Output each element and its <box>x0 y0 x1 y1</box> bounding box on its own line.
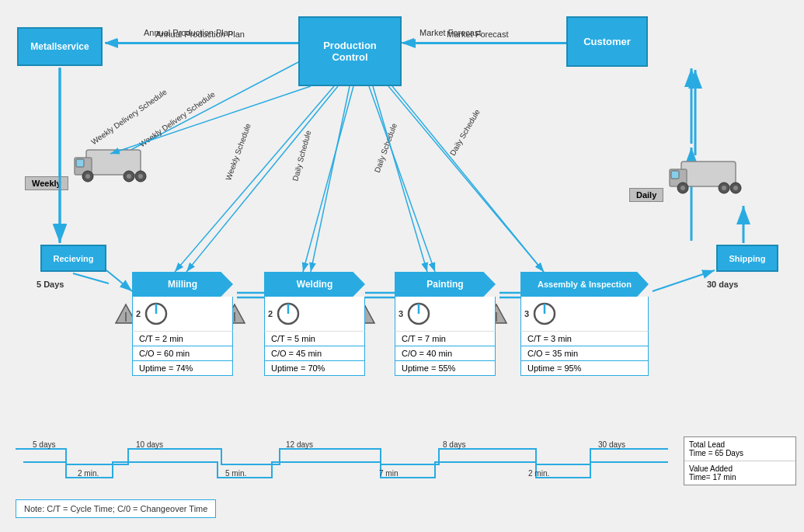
svg-line-78 <box>392 86 544 272</box>
milling-uptime: Uptime = 74% <box>132 361 233 376</box>
svg-point-31 <box>733 186 738 190</box>
svg-text:30 days: 30 days <box>598 441 625 449</box>
svg-text:8 days: 8 days <box>443 441 465 449</box>
svg-line-9 <box>175 86 334 272</box>
welding-operator-count: 2 <box>268 309 273 318</box>
svg-rect-25 <box>671 171 679 179</box>
milling-operator-count: 2 <box>136 309 141 318</box>
welding-uptime: Uptime = 70% <box>264 361 365 376</box>
assembly-co: C/O = 35 min <box>520 346 649 361</box>
note-box: Note: C/T = Cycle Time; C/0 = Changeover… <box>16 499 216 518</box>
svg-line-75 <box>186 86 338 272</box>
painting-operator-count: 3 <box>399 309 403 318</box>
svg-text:12 days: 12 days <box>286 441 313 449</box>
painting-uptime: Uptime = 55% <box>395 361 496 376</box>
painting-header: Painting <box>395 272 496 297</box>
painting-co: C/O = 40 min <box>395 346 496 361</box>
assembly-header: Assembly & Inspection <box>520 272 649 297</box>
painting-process: Painting 3 C/T = 7 min C/O = 40 min Upti… <box>395 272 496 376</box>
annual-plan-text: Annual Production Plan <box>144 28 233 37</box>
svg-line-76 <box>303 86 353 272</box>
weekly-schedule-label: Weekly Schedule <box>224 122 252 181</box>
production-control-box: Production Control <box>298 16 402 86</box>
svg-point-27 <box>680 186 685 190</box>
svg-text:10 days: 10 days <box>136 441 163 449</box>
svg-rect-14 <box>86 150 141 175</box>
svg-point-22 <box>138 174 143 179</box>
weekly-truck: Weekly <box>25 144 156 192</box>
info-box: Total Lead Time = 65 Days Value Added Ti… <box>684 436 796 485</box>
svg-line-12 <box>388 86 544 272</box>
assembly-process: Assembly & Inspection 3 C/T = 3 min C/O … <box>520 272 649 376</box>
svg-text:2 min.: 2 min. <box>78 469 99 478</box>
market-forecast-text: Market Forecast <box>419 28 481 37</box>
svg-line-71 <box>106 270 132 291</box>
welding-ct: C/T = 5 min <box>264 332 365 346</box>
svg-text:7 min: 7 min <box>379 469 398 478</box>
customer-box: Customer <box>566 16 648 67</box>
five-days-label: 5 Days <box>37 280 64 289</box>
assembly-operator-count: 3 <box>524 309 529 318</box>
value-added-time: Value Added Time= 17 min <box>684 461 795 485</box>
svg-point-20 <box>127 174 131 179</box>
daily-schedule-1-label: Daily Schedule <box>291 130 312 182</box>
svg-line-79 <box>653 270 715 291</box>
milling-process: Milling 2 C/T = 2 min C/O = 60 min Uptim… <box>132 272 233 376</box>
note-text: Note: C/T = Cycle Time; C/0 = Changeover… <box>24 504 207 513</box>
daily-truck: Daily <box>629 155 751 203</box>
svg-text:2 min.: 2 min. <box>528 469 549 478</box>
metallservice-box: Metallservice <box>17 27 103 66</box>
svg-point-29 <box>722 186 726 190</box>
total-lead-time: Total Lead Time = 65 Days <box>684 437 795 461</box>
milling-header: Milling <box>132 272 233 297</box>
assembly-ct: C/T = 3 min <box>520 332 649 346</box>
receiving-box: Recieving <box>40 245 106 272</box>
thirty-days-label: 30 days <box>707 280 738 289</box>
weekly-label: Weekly <box>25 176 68 190</box>
svg-line-13 <box>73 273 109 283</box>
svg-line-77 <box>373 86 427 272</box>
welding-process: Welding 2 C/T = 5 min C/O = 45 min Uptim… <box>264 272 365 376</box>
shipping-box: Shipping <box>716 245 778 272</box>
welding-header: Welding <box>264 272 365 297</box>
svg-point-18 <box>85 174 90 179</box>
assembly-uptime: Uptime = 95% <box>520 361 649 376</box>
daily-schedule-3-label: Daily Schedule <box>448 108 482 157</box>
welding-co: C/O = 45 min <box>264 346 365 361</box>
svg-text:5 days: 5 days <box>33 441 55 449</box>
svg-line-10 <box>311 86 350 272</box>
daily-schedule-2-label: Daily Schedule <box>373 122 399 173</box>
svg-line-11 <box>369 86 435 272</box>
milling-co: C/O = 60 min <box>132 346 233 361</box>
painting-ct: C/T = 7 min <box>395 332 496 346</box>
svg-text:5 min.: 5 min. <box>225 469 246 478</box>
milling-ct: C/T = 2 min <box>132 332 233 346</box>
daily-label: Daily <box>629 188 663 202</box>
svg-rect-23 <box>681 162 736 186</box>
svg-rect-16 <box>76 159 84 167</box>
